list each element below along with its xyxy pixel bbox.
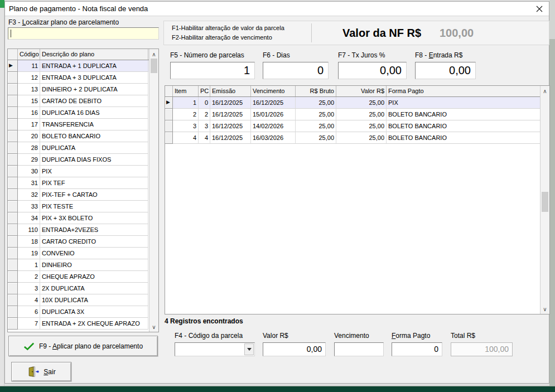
- table-row[interactable]: 17TRANSFERENCIA: [8, 119, 158, 130]
- table-row[interactable]: 110ENTRADA+2VEZES: [8, 224, 158, 236]
- cell-valor: 25,00: [336, 109, 387, 120]
- cell-pc: 2: [199, 109, 210, 120]
- installments-grid-scrollbar[interactable]: ∧ ∨: [540, 86, 549, 314]
- search-input[interactable]: [8, 27, 159, 40]
- item-column-header[interactable]: Item: [173, 86, 199, 96]
- cell-valor: 25,00: [336, 97, 387, 109]
- codigo-parcela-combobox[interactable]: [175, 342, 255, 356]
- cell-code: 31: [18, 177, 40, 189]
- description-column-header[interactable]: Descrição do plano: [40, 49, 148, 60]
- juros-input[interactable]: 0,00: [338, 62, 407, 79]
- scroll-down-icon[interactable]: ∨: [540, 304, 549, 313]
- scroll-up-icon[interactable]: ∧: [540, 86, 549, 95]
- cell-desc: DUPLICATA 16 DIAS: [40, 107, 148, 119]
- table-row[interactable]: 1DINHEIRO: [8, 259, 158, 271]
- exit-label: Sair: [44, 368, 55, 376]
- table-row[interactable]: 34PIX + 3X BOLETO: [8, 212, 158, 224]
- valor-column-header[interactable]: Valor R$: [336, 86, 387, 96]
- code-column-header[interactable]: Código: [18, 49, 40, 60]
- cell-valor: 25,00: [336, 132, 387, 144]
- close-button[interactable]: [530, 2, 549, 16]
- records-found-label: 4 Registros encontrados: [165, 317, 243, 325]
- table-row[interactable]: 32X DUPLICATA: [8, 283, 158, 294]
- cell-emissao: 16/12/2025: [210, 97, 251, 109]
- search-label: F3 - Localizar plano de parcelamento: [8, 18, 119, 26]
- parcelas-input[interactable]: 1: [170, 62, 255, 79]
- pc-column-header[interactable]: PC: [199, 86, 210, 96]
- table-row[interactable]: ▶1016/12/202516/12/202525,0025,00PIX: [165, 97, 549, 109]
- row-indicator: [8, 107, 18, 119]
- table-row[interactable]: 4416/12/202516/03/202625,0025,00BOLETO B…: [165, 132, 549, 144]
- table-row[interactable]: 29DUPLICATA DIAS FIXOS: [8, 154, 158, 166]
- table-row[interactable]: 12ENTRADA + 3 DUPLICATA: [8, 72, 158, 84]
- screen: Plano de pagamento - Nota fiscal de vend…: [0, 0, 555, 392]
- table-row[interactable]: 15CARTAO DE DEBITO: [8, 95, 158, 107]
- exit-door-icon: [27, 366, 39, 378]
- table-row[interactable]: 16DUPLICATA 16 DIAS: [8, 107, 158, 119]
- cell-emissao: 16/12/2025: [210, 120, 251, 132]
- installments-grid-body: ▶1016/12/202516/12/202525,0025,00PIX2216…: [165, 97, 549, 144]
- cell-vencimento: 15/01/2026: [251, 109, 296, 120]
- table-row[interactable]: 33PIX TESTE: [8, 201, 158, 212]
- cell-code: 32: [18, 189, 40, 201]
- combobox-dropdown-button[interactable]: [244, 343, 254, 355]
- dias-input[interactable]: 0: [263, 62, 329, 79]
- table-row[interactable]: 18CARTAO CREDITO: [8, 236, 158, 248]
- cell-desc: PIX-TEF + CARTAO: [40, 189, 148, 201]
- forma-pagto-input[interactable]: 0: [392, 342, 442, 356]
- valor-input[interactable]: 0,00: [263, 342, 326, 356]
- entrada-input[interactable]: 0,00: [415, 62, 476, 79]
- cell-code: 28: [18, 142, 40, 154]
- vencimento-column-header[interactable]: Vencimento: [251, 86, 296, 96]
- cell-code: 17: [18, 119, 40, 130]
- cell-code: 2: [18, 271, 40, 283]
- row-indicator: [8, 318, 18, 330]
- cell-code: 18: [18, 236, 40, 248]
- table-row[interactable]: 2216/12/202515/01/202625,0025,00BOLETO B…: [165, 109, 549, 120]
- background-green-fragment: [0, 0, 4, 8]
- row-indicator: [8, 95, 18, 107]
- row-indicator: [165, 109, 173, 120]
- row-indicator: [8, 72, 18, 84]
- table-row[interactable]: 3316/12/202514/02/202625,0025,00BOLETO B…: [165, 120, 549, 132]
- cell-desc: 10X DUPLICATA: [40, 294, 148, 306]
- plan-grid-scrollbar[interactable]: ∧ ∨: [149, 49, 158, 332]
- table-row[interactable]: 30PIX: [8, 166, 158, 177]
- table-row[interactable]: 19CONVENIO: [8, 248, 158, 259]
- apply-plan-button[interactable]: F9 - Aplicar plano de parcelamento: [8, 336, 158, 356]
- text-caret: [11, 30, 11, 37]
- background-window-strip-left: [0, 0, 4, 386]
- scroll-down-icon[interactable]: ∨: [149, 322, 158, 331]
- cell-desc: PIX TEF: [40, 177, 148, 189]
- table-row[interactable]: 6DUPLICATA 3X: [8, 306, 158, 318]
- scroll-up-icon[interactable]: ∧: [149, 50, 158, 59]
- vencimento-input[interactable]: [334, 342, 384, 356]
- table-row[interactable]: 7ENTRADA + 2X CHEQUE APRAZO: [8, 318, 158, 330]
- table-row[interactable]: 20BOLETO BANCARIO: [8, 130, 158, 142]
- juros-value: 0,00: [339, 62, 406, 77]
- scrollbar-thumb[interactable]: [542, 192, 548, 212]
- table-row[interactable]: 2CHEQUE APRAZO: [8, 271, 158, 283]
- row-indicator: [8, 177, 18, 189]
- row-indicator: [8, 119, 18, 130]
- nf-value: 100,00: [440, 27, 474, 40]
- cell-desc: ENTRADA + 3 DUPLICATA: [40, 72, 148, 84]
- row-indicator: [8, 201, 18, 212]
- parcelas-label: F5 - Número de parcelas: [170, 51, 244, 59]
- bruto-column-header[interactable]: R$ Bruto: [296, 86, 336, 96]
- table-row[interactable]: ▶11ENTRADA + 1 DUPLICATA: [8, 60, 158, 72]
- table-row[interactable]: 32PIX-TEF + CARTAO: [8, 189, 158, 201]
- exit-button[interactable]: Sair: [11, 362, 71, 381]
- table-row[interactable]: 28DUPLICATA: [8, 142, 158, 154]
- forma-column-header[interactable]: Forma Pagto: [387, 86, 549, 96]
- emissao-column-header[interactable]: Emissão: [210, 86, 251, 96]
- row-selected-indicator: ▶: [8, 60, 18, 72]
- cell-valor: 25,00: [336, 120, 387, 132]
- scrollbar-thumb[interactable]: [151, 59, 157, 73]
- cell-forma: BOLETO BANCARIO: [387, 132, 549, 144]
- table-row[interactable]: 13DINHEIRO + 2 DUPLICATA: [8, 84, 158, 95]
- table-row[interactable]: 410X DUPLICATA: [8, 294, 158, 306]
- dias-label: F6 - Dias: [263, 51, 290, 59]
- table-row[interactable]: 31PIX TEF: [8, 177, 158, 189]
- cell-desc: DUPLICATA: [40, 142, 148, 154]
